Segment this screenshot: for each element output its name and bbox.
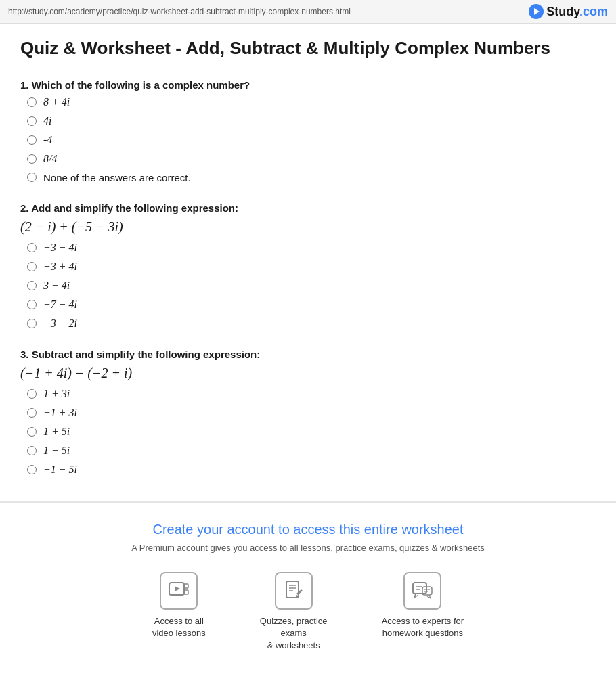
header-logo: Study.com: [529, 4, 608, 19]
logo-text: Study.com: [546, 5, 608, 19]
q3-option-3-text: 1 + 5i: [43, 426, 70, 438]
question-3-options: 1 + 3i −1 + 3i 1 + 5i 1 − 5i −1 − 5i: [27, 388, 596, 476]
q2-option-4-text: −7 − 4i: [43, 298, 77, 311]
experts-label: Access to experts forhomework questions: [382, 615, 464, 640]
q1-option-2-radio[interactable]: [27, 116, 37, 126]
feature-video: Access to allvideo lessons: [152, 572, 206, 652]
q1-option-4-radio[interactable]: [27, 154, 37, 164]
question-2-label: 2. Add and simplify the following expres…: [20, 202, 596, 214]
quiz-icon-box: [275, 572, 313, 610]
cta-section: Create your account to access this entir…: [0, 503, 616, 680]
q2-option-3-radio[interactable]: [27, 281, 37, 290]
list-item[interactable]: −3 − 2i: [27, 317, 596, 330]
question-3-label: 3. Subtract and simplify the following e…: [20, 349, 596, 360]
q1-option-3-radio[interactable]: [27, 135, 37, 145]
q3-option-5-radio[interactable]: [27, 465, 37, 474]
q3-option-1-text: 1 + 3i: [43, 388, 70, 400]
q1-option-5-radio[interactable]: [27, 173, 37, 182]
question-3-math: (−1 + 4i) − (−2 + i): [20, 365, 596, 381]
question-3: 3. Subtract and simplify the following e…: [20, 349, 596, 476]
list-item[interactable]: −3 + 4i: [27, 261, 596, 273]
feature-experts: Access to experts forhomework questions: [382, 572, 464, 652]
q1-option-1-radio[interactable]: [27, 97, 37, 107]
feature-quiz: Quizzes, practice exams& worksheets: [246, 572, 341, 652]
q2-option-1-radio[interactable]: [27, 243, 37, 252]
q2-option-2-radio[interactable]: [27, 262, 37, 271]
play-icon: [534, 8, 540, 15]
list-item[interactable]: 8/4: [27, 153, 596, 165]
features-row: Access to allvideo lessons Quizzes, prac…: [20, 572, 596, 652]
question-1-options: 8 + 4i 4i -4 8/4 None of the answers are…: [27, 96, 596, 183]
play-icon: [168, 580, 190, 602]
q2-option-2-text: −3 + 4i: [43, 261, 77, 273]
list-item[interactable]: −3 − 4i: [27, 242, 596, 254]
list-item[interactable]: −7 − 4i: [27, 298, 596, 311]
q3-option-2-text: −1 + 3i: [43, 407, 77, 419]
list-item[interactable]: −1 + 3i: [27, 407, 596, 419]
q2-option-5-text: −3 − 2i: [43, 317, 77, 330]
q1-option-1-text: 8 + 4i: [43, 96, 70, 108]
url-bar: http://study.com/academy/practice/quiz-w…: [0, 0, 616, 24]
main-content: Quiz & Worksheet - Add, Subtract & Multi…: [0, 24, 616, 503]
q2-option-3-text: 3 − 4i: [43, 280, 70, 292]
q2-option-5-radio[interactable]: [27, 319, 37, 328]
q2-option-1-text: −3 − 4i: [43, 242, 77, 254]
cta-title: Create your account to access this entir…: [20, 522, 596, 537]
cta-subtitle: A Premium account gives you access to al…: [20, 543, 596, 553]
video-icon-box: [160, 572, 198, 610]
q3-option-2-radio[interactable]: [27, 408, 37, 418]
list-item[interactable]: 4i: [27, 115, 596, 127]
question-2-math: (2 − i) + (−5 − 3i): [20, 219, 596, 235]
q1-option-5-text: None of the answers are correct.: [43, 172, 191, 183]
q3-option-4-text: 1 − 5i: [43, 445, 70, 457]
quiz-icon: [283, 580, 305, 602]
list-item[interactable]: 1 + 3i: [27, 388, 596, 400]
list-item[interactable]: 1 − 5i: [27, 445, 596, 457]
url-text: http://study.com/academy/practice/quiz-w…: [8, 7, 351, 16]
page-title: Quiz & Worksheet - Add, Subtract & Multi…: [20, 37, 596, 60]
chat-icon: [412, 580, 433, 602]
list-item[interactable]: −1 − 5i: [27, 464, 596, 476]
svg-marker-1: [175, 586, 180, 591]
list-item[interactable]: 3 − 4i: [27, 280, 596, 292]
question-1: 1. Which of the following is a complex n…: [20, 79, 596, 183]
list-item[interactable]: 1 + 5i: [27, 426, 596, 438]
q3-option-3-radio[interactable]: [27, 427, 37, 437]
q3-option-5-text: −1 − 5i: [43, 464, 77, 476]
chat-icon-box: [403, 572, 441, 610]
video-label: Access to allvideo lessons: [152, 615, 206, 640]
list-item[interactable]: 8 + 4i: [27, 96, 596, 108]
q1-option-3-text: -4: [43, 134, 52, 146]
footer: © copyright 2003-2020 Study.com. All oth…: [0, 679, 616, 693]
question-2-options: −3 − 4i −3 + 4i 3 − 4i −7 − 4i −3 − 2i: [27, 242, 596, 330]
question-1-label: 1. Which of the following is a complex n…: [20, 79, 596, 91]
q3-option-1-radio[interactable]: [27, 389, 37, 399]
q2-option-4-radio[interactable]: [27, 300, 37, 309]
q3-option-4-radio[interactable]: [27, 446, 37, 455]
question-2: 2. Add and simplify the following expres…: [20, 202, 596, 330]
quiz-label: Quizzes, practice exams& worksheets: [246, 615, 341, 652]
list-item[interactable]: None of the answers are correct.: [27, 172, 596, 183]
list-item[interactable]: -4: [27, 134, 596, 146]
q1-option-4-text: 8/4: [43, 153, 57, 165]
logo-icon: [529, 4, 544, 19]
q1-option-2-text: 4i: [43, 115, 51, 127]
